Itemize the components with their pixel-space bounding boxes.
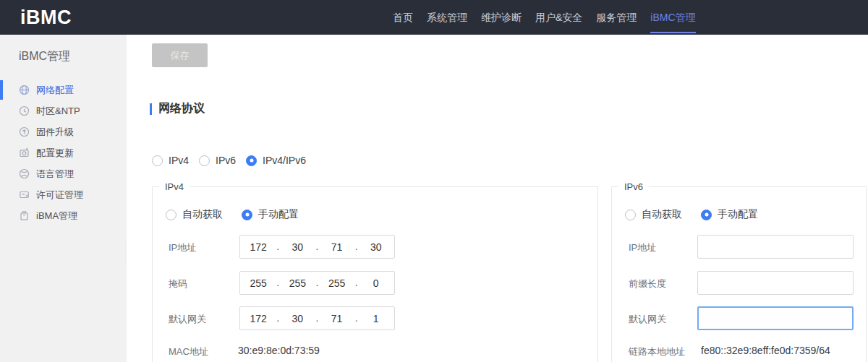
radio-circle[interactable]: [166, 210, 176, 220]
ipv4-manual-radio[interactable]: 手动配置: [242, 208, 299, 221]
radio-circle-checked[interactable]: [701, 210, 712, 220]
sidebar-item-config-update[interactable]: 配置更新: [0, 142, 127, 163]
sidebar-item-label: 许可证管理: [36, 189, 83, 202]
ipv6-auto-radio[interactable]: 自动获取: [625, 208, 682, 221]
nav-item-maintenance[interactable]: 维护诊断: [481, 0, 522, 35]
ip-dot-separator: .: [355, 306, 358, 330]
ipv4-ip-label: IP地址: [169, 241, 196, 254]
ipv4-gateway-octet-4[interactable]: [364, 313, 388, 324]
ipv4-ip-input[interactable]: . . .: [239, 235, 395, 259]
radio-ipv4[interactable]: IPv4: [152, 155, 189, 166]
ip-dot-separator: .: [276, 271, 279, 295]
ipv4-mask-octet-2[interactable]: [285, 277, 310, 289]
top-nav: 首页 系统管理 维护诊断 用户&安全 服务管理 iBMC管理: [393, 0, 696, 35]
ibmc-logo: iBMC: [20, 0, 72, 35]
ipv4-auto-radio[interactable]: 自动获取: [166, 208, 223, 221]
sidebar-item-license[interactable]: 许可证管理: [0, 184, 127, 205]
section-title-text: 网络协议: [158, 101, 205, 116]
ip-dot-separator: .: [276, 235, 279, 259]
ipv4-legend: IPv4: [159, 181, 190, 192]
sidebar-item-label: 时区&NTP: [36, 105, 80, 118]
ipv6-ip-label: IP地址: [629, 241, 656, 254]
ipv4-mode-radio-group: 自动获取 手动配置: [166, 208, 318, 221]
ipv6-auto-label: 自动获取: [642, 208, 682, 221]
ipv4-ip-octet-2[interactable]: [285, 241, 310, 253]
ip-dot-separator: .: [355, 271, 358, 295]
language-globe-icon: [19, 168, 30, 179]
ipv4-mask-label: 掩码: [169, 277, 187, 290]
ip-dot-separator: .: [276, 306, 279, 330]
package-icon: [19, 210, 30, 221]
sidebar-item-timezone-ntp[interactable]: 时区&NTP: [0, 100, 127, 121]
ipv4-fieldset: IPv4 自动获取 手动配置 IP地址 . . .: [152, 181, 598, 362]
ipv4-gateway-octet-2[interactable]: [285, 313, 310, 324]
upgrade-arrow-icon: [19, 126, 30, 137]
section-title-accent-bar: [150, 103, 152, 115]
ip-dot-separator: .: [355, 235, 358, 259]
ipv4-gateway-octet-1[interactable]: [246, 313, 271, 324]
main-content: 保存 网络协议 IPv4 IPv6 IPv4/IPv6 IPv4: [127, 35, 868, 362]
protocol-radio-group: IPv4 IPv6 IPv4/IPv6: [152, 155, 316, 166]
ipv6-gateway-input[interactable]: [697, 306, 854, 330]
ipv4-gateway-input[interactable]: . . .: [239, 306, 395, 330]
ipv6-legend: IPv6: [618, 181, 649, 192]
ipv6-manual-label: 手动配置: [718, 208, 758, 221]
ip-dot-separator: .: [316, 235, 319, 259]
sidebar-item-network-config[interactable]: 网络配置: [0, 79, 127, 100]
nav-item-system[interactable]: 系统管理: [427, 0, 467, 35]
ipv4-gateway-octet-3[interactable]: [325, 313, 349, 324]
ip-dot-separator: .: [316, 271, 319, 295]
ipv4-manual-label: 手动配置: [258, 208, 299, 221]
sidebar-item-label: 语言管理: [36, 168, 74, 181]
nav-item-ibmc-management[interactable]: iBMC管理: [650, 0, 695, 35]
nav-item-user-security[interactable]: 用户&安全: [535, 0, 582, 35]
top-header-bar: iBMC 首页 系统管理 维护诊断 用户&安全 服务管理 iBMC管理: [0, 0, 868, 35]
config-snapshot-icon: [19, 147, 30, 158]
radio-ipv4-ipv6-label: IPv4/IPv6: [263, 155, 306, 166]
sidebar-item-label: 配置更新: [36, 147, 74, 160]
ipv4-mask-octet-1[interactable]: [246, 277, 271, 289]
ipv4-mask-octet-4[interactable]: [364, 277, 388, 289]
ipv4-ip-octet-4[interactable]: [364, 241, 388, 253]
ipv6-mode-radio-group: 自动获取 手动配置: [625, 208, 777, 221]
ipv4-mac-label: MAC地址: [169, 345, 208, 358]
section-title-network-protocol: 网络协议: [150, 101, 205, 116]
ipv4-ip-octet-3[interactable]: [325, 241, 349, 253]
ipv6-link-local-value: fe80::32e9:8eff:fe0d:7359/64: [701, 345, 830, 356]
clock-icon: [19, 105, 30, 116]
ipv6-prefix-input[interactable]: [697, 271, 854, 295]
sidebar-title: iBMC管理: [19, 49, 70, 64]
ipv6-prefix-label: 前缀长度: [629, 277, 666, 290]
ipv4-auto-label: 自动获取: [182, 208, 223, 221]
radio-circle-checked[interactable]: [246, 155, 257, 166]
page: iBMC 首页 系统管理 维护诊断 用户&安全 服务管理 iBMC管理 iBMC…: [0, 0, 868, 362]
ipv6-ip-input[interactable]: [697, 235, 854, 259]
radio-circle[interactable]: [625, 210, 636, 220]
license-card-icon: [19, 189, 30, 200]
sidebar-item-label: iBMA管理: [36, 210, 77, 223]
sidebar-item-language[interactable]: 语言管理: [0, 163, 127, 184]
radio-ipv4-ipv6[interactable]: IPv4/IPv6: [246, 155, 306, 166]
save-button[interactable]: 保存: [152, 43, 208, 67]
ipv4-mask-octet-3[interactable]: [325, 277, 349, 289]
ipv6-fieldset: IPv6 自动获取 手动配置 IP地址 前缀长度 默认网关 链路本地地址 fe8…: [611, 181, 867, 362]
sidebar-item-label: 网络配置: [36, 84, 74, 97]
sidebar-item-ibma[interactable]: iBMA管理: [0, 205, 127, 226]
radio-circle[interactable]: [152, 155, 163, 166]
radio-ipv4-label: IPv4: [169, 155, 189, 166]
ipv6-link-local-label: 链路本地地址: [629, 345, 685, 358]
ipv6-gateway-label: 默认网关: [629, 313, 666, 326]
sidebar-item-firmware-upgrade[interactable]: 固件升级: [0, 121, 127, 142]
ipv4-gateway-label: 默认网关: [169, 313, 206, 326]
ipv6-manual-radio[interactable]: 手动配置: [701, 208, 758, 221]
nav-item-home[interactable]: 首页: [393, 0, 413, 35]
radio-ipv6-label: IPv6: [216, 155, 236, 166]
nav-item-service[interactable]: 服务管理: [596, 0, 637, 35]
sidebar: iBMC管理 网络配置 时区&NTP 固件升级: [0, 35, 127, 362]
ipv4-mask-input[interactable]: . . .: [239, 271, 395, 295]
sidebar-item-label: 固件升级: [36, 126, 74, 139]
radio-ipv6[interactable]: IPv6: [199, 155, 236, 166]
radio-circle-checked[interactable]: [242, 210, 252, 220]
radio-circle[interactable]: [199, 155, 210, 166]
ipv4-ip-octet-1[interactable]: [246, 241, 271, 253]
